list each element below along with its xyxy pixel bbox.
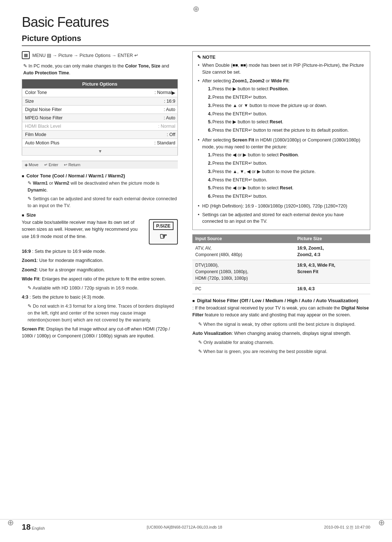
input-pc-size: 16:9, 4:3: [294, 284, 370, 294]
color-tone-value: : Normal ▶: [107, 89, 177, 97]
table-row-size: Size : 16:9: [22, 97, 178, 105]
nav-return: ↩ Return: [64, 163, 80, 167]
color-tone-note2: Settings can be adjusted and stored for …: [22, 196, 178, 209]
auto-vis-note2: When bar is green, you are receiving the…: [192, 348, 370, 355]
note-item-screenfit: After selecting Screen Fit in HDMI (1080…: [197, 137, 366, 200]
sf-step-3: Press the ▲, ▼, ◀ or ▶ button to move th…: [207, 168, 366, 175]
auto-vis-desc: Auto Visualization: When changing analog…: [192, 330, 370, 337]
size-label: Size: [22, 97, 108, 105]
table-row-dnf: Digital Noise Filter : Auto: [22, 105, 178, 114]
right-column: NOTE When Double (■■, ■■) mode has been …: [192, 51, 370, 358]
note-item-hd: HD (High Definition): 16:9 - 1080i/1080p…: [197, 203, 366, 210]
menu-path: ▤ MENU ▤ → Picture → Picture Options → E…: [22, 51, 178, 59]
note-item-pip: When Double (■■, ■■) mode has been set i…: [197, 62, 366, 76]
menu-icon: ▤: [22, 51, 30, 59]
psize-hand-icon: ☞: [159, 231, 167, 242]
size-widefit: Wide Fit: Enlarges the aspect ratio of t…: [22, 276, 178, 283]
note-box-title: NOTE: [197, 54, 366, 60]
color-tone-section: Color Tone (Cool / Normal / Warm1 / Warm…: [22, 173, 178, 209]
color-tone-title: Color Tone (Cool / Normal / Warm1 / Warm…: [22, 173, 178, 178]
nav-enter: ↵ Enter: [44, 163, 58, 167]
zoom-step-4: Press the ENTER↵ button.: [207, 111, 366, 118]
sf-step-5: Press the ◀ or ▶ button to select Reset.: [207, 185, 366, 192]
picture-options-table: Picture Options Color Tone : Normal ▶ Si…: [22, 79, 178, 156]
table-row-mpeg: MPEG Noise Filter : Auto: [22, 114, 178, 122]
sf-step-1: Press the ◀ or ▶ button to select Positi…: [207, 152, 366, 159]
table-row-amp: Auto Motion Plus : Standard: [22, 139, 178, 147]
input-source-table: Input Source Picture Size ATV, AV,Compon…: [192, 234, 370, 294]
left-column: ▤ MENU ▤ → Picture → Picture Options → E…: [22, 51, 178, 358]
dnf-title: Digital Noise Filter (Off / Low / Medium…: [192, 298, 370, 303]
size-43: 4:3 : Sets the picture to basic (4:3) mo…: [22, 294, 178, 301]
dnf-section: Digital Noise Filter (Off / Low / Medium…: [192, 298, 370, 355]
nav-move: ◈ Move: [25, 163, 38, 167]
menu-path-text: MENU ▤ → Picture → Picture Options → ENT…: [32, 53, 138, 58]
dnf-desc: : If the broadcast signal received by yo…: [192, 305, 370, 319]
page-number: 18: [22, 522, 30, 531]
sf-step-6: Press the ENTER↵ button.: [207, 193, 366, 200]
size-169: 16:9 : Sets the picture to 16:9 wide mod…: [22, 248, 178, 255]
input-dtv-source: DTV(1080i),Component (1080i, 1080p),HDMI…: [192, 260, 294, 284]
sf-step-2: Press the ENTER↵ button.: [207, 160, 366, 167]
dnf-label: Digital Noise Filter: [22, 105, 108, 114]
zoom-step-2: Press the ENTER↵ button.: [207, 94, 366, 101]
table-row-hdmi: HDMI Black Level : Normal: [22, 122, 178, 130]
footer-left: 18 English: [22, 522, 45, 532]
size-section: Size P.SIZE ☞ Your cable box/satellite r…: [22, 212, 178, 340]
footer: 18 English [UC8000-NA]BN68-02712A-06L03.…: [0, 519, 392, 535]
note-item-zoom: After selecting Zoom1, Zoom2 or Wide Fit…: [197, 78, 366, 134]
note-list: When Double (■■, ■■) mode has been set i…: [197, 62, 366, 225]
zoom-step-3: Press the ▲ or ▼ button to move the pict…: [207, 102, 366, 109]
input-pc-source: PC: [192, 284, 294, 294]
pc-mode-note: In PC mode, you can only make changes to…: [22, 63, 178, 77]
film-value: : Off: [107, 130, 177, 139]
color-tone-note1: Warm1 or Warm2 will be deactivated when …: [22, 180, 178, 194]
compass-top-center-icon: ⊕: [193, 4, 199, 14]
page-title: Basic Features: [22, 15, 370, 30]
mpeg-value: : Auto: [107, 114, 177, 122]
note-box: NOTE When Double (■■, ■■) mode has been …: [192, 51, 370, 230]
input-atv-size: 16:9, Zoom1,Zoom2, 4:3: [294, 243, 370, 260]
size-hd-note: Available with HD 1080i / 720p signals i…: [22, 285, 178, 292]
psize-label: P.SIZE: [153, 222, 173, 230]
amp-value: : Standard: [107, 139, 177, 147]
section-title: Picture Options: [22, 34, 370, 46]
footer-date-info: 2010-09-01 오전 10:47:00: [324, 525, 370, 530]
table-nav-bar: ◈ Move ↵ Enter ↩ Return: [22, 161, 178, 169]
size-screenfit: Screen Fit: Displays the full image with…: [22, 326, 178, 340]
hdmi-value: : Normal: [107, 122, 177, 130]
film-label: Film Mode: [22, 130, 108, 139]
note-item-settings: Settings can be adjusted and stored for …: [197, 212, 366, 225]
table-row-color-tone: Color Tone : Normal ▶: [22, 89, 178, 97]
psize-button: P.SIZE ☞: [149, 219, 178, 245]
zoom-step-5: Press the ▶ button to select Reset.: [207, 119, 366, 126]
zoom-step-1: Press the ▶ button to select Position.: [207, 86, 366, 93]
amp-label: Auto Motion Plus: [22, 139, 108, 147]
input-row-dtv: DTV(1080i),Component (1080i, 1080p),HDMI…: [192, 260, 370, 284]
dnf-value: : Auto: [107, 105, 177, 114]
input-source-header: Input Source: [192, 234, 294, 243]
input-row-atv: ATV, AV,Component (480i, 480p) 16:9, Zoo…: [192, 243, 370, 260]
zoom-step-6: Press the ENTER↵ button to reset the pic…: [207, 127, 366, 134]
input-row-pc: PC 16:9, 4:3: [192, 284, 370, 294]
size-43-note: Do not watch in 4:3 format for a long ti…: [22, 303, 178, 323]
footer-file-info: [UC8000-NA]BN68-02712A-06L03.indb 18: [147, 525, 222, 529]
color-tone-label: Color Tone: [22, 89, 108, 97]
size-title: Size: [22, 212, 178, 218]
dnf-note: When the signal is weak, try other optio…: [192, 321, 370, 328]
hdmi-label: HDMI Black Level: [22, 122, 108, 130]
table-row-more: ▼: [22, 147, 178, 155]
size-zoom2: Zoom2: Use for a stronger magnification.: [22, 267, 178, 274]
picture-options-header: Picture Options: [22, 79, 178, 89]
input-dtv-size: 16:9, 4:3, Wide Fit,Screen Fit: [294, 260, 370, 284]
table-row-film: Film Mode : Off: [22, 130, 178, 139]
sf-step-4: Press the ENTER↵ button.: [207, 177, 366, 184]
mpeg-label: MPEG Noise Filter: [22, 114, 108, 122]
auto-vis-note1: Only available for analog channels.: [192, 339, 370, 346]
footer-language: English: [32, 526, 45, 530]
size-value: : 16:9: [107, 97, 177, 105]
input-atv-source: ATV, AV,Component (480i, 480p): [192, 243, 294, 260]
page: ⊕ Basic Features Picture Options ▤ MENU …: [0, 0, 392, 542]
picture-size-header: Picture Size: [294, 234, 370, 243]
size-zoom1: Zoom1: Use for moderate magnification.: [22, 257, 178, 264]
